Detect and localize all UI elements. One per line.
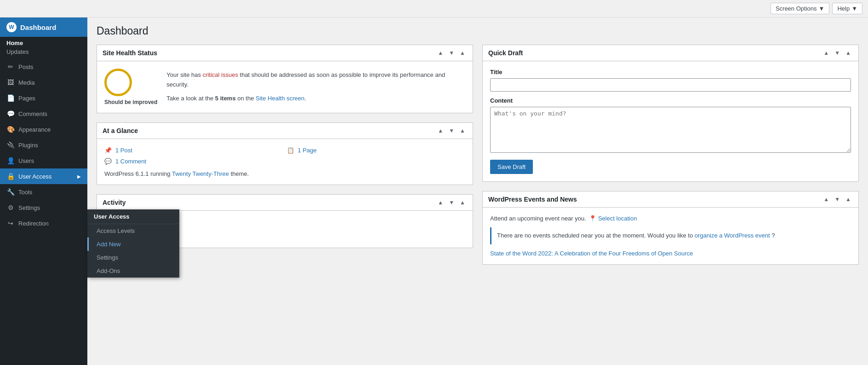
wp-info: WordPress 6.1.1 running Twenty Twenty-Th… [104,170,465,177]
sidebar-item-posts[interactable]: ✏ Posts [0,59,87,75]
submenu-add-ons[interactable]: Add-Ons [87,264,179,278]
site-health-header: Site Health Status ▲ ▼ ▲ [97,45,473,61]
quick-draft-down[interactable]: ▼ [833,49,842,57]
appearance-icon: 🎨 [6,125,15,133]
sidebar-settings-label: Settings [18,204,40,211]
quick-draft-title: Quick Draft [488,49,523,57]
content-textarea[interactable] [490,107,851,153]
sidebar-item-comments[interactable]: 💬 Comments [0,106,87,122]
users-icon: 👤 [6,156,15,165]
site-health-controls: ▲ ▼ ▲ [436,49,467,57]
health-label: Should be improved [104,99,157,105]
help-button[interactable]: Help ▼ [832,3,862,14]
content-label: Content [490,97,851,104]
sidebar-item-media[interactable]: 🖼 Media [0,75,87,90]
posts-count-link[interactable]: 1 Post [115,147,132,154]
activity-minimize[interactable]: ▲ [458,198,467,207]
sidebar-updates-link[interactable]: Updates [0,47,87,59]
sidebar-item-redirection[interactable]: ↪ Redirection [0,215,87,231]
sidebar-item-appearance[interactable]: 🎨 Appearance [0,122,87,137]
user-access-submenu: User Access Access Levels Add New Settin… [87,209,179,278]
glance-comments: 💬 1 Comment [104,157,283,165]
top-bar: Screen Options ▼ Help ▼ [0,0,868,17]
activity-down[interactable]: ▼ [447,198,456,207]
content-group: Content [490,97,851,154]
help-label: Help [837,5,850,12]
health-text: Your site has critical issues that shoul… [166,70,465,104]
quick-draft-controls: ▲ ▼ ▲ [822,49,853,57]
theme-link[interactable]: Twenty Twenty-Three [172,170,229,177]
at-a-glance-up[interactable]: ▲ [436,127,445,135]
plugins-icon: 🔌 [6,141,15,149]
select-location-label: Select location [598,215,637,222]
activity-up[interactable]: ▲ [436,198,445,207]
wp-events-controls: ▲ ▼ ▲ [822,195,853,203]
glance-pages: 📋 1 Page [287,146,466,154]
dashboard-logo-icon: W [6,22,17,32]
news-item-link[interactable]: State of the Word 2022: A Celebration of… [490,250,693,257]
quick-draft-header: Quick Draft ▲ ▼ ▲ [483,45,858,61]
organize-event-link[interactable]: organize a WordPress event [695,232,770,239]
submenu-settings[interactable]: Settings [87,251,179,264]
title-label: Title [490,69,851,75]
sidebar-redirection-label: Redirection [18,220,49,227]
health-cta: Take a look at the 5 items on the Site H… [166,94,465,104]
main-content: Dashboard Site Health Status ▲ ▼ ▲ [87,17,868,365]
no-events-text: There are no events scheduled near you a… [497,232,693,239]
critical-text: critical issues [203,71,238,78]
site-health-link[interactable]: Site Health screen [256,95,304,102]
site-health-collapse-up[interactable]: ▲ [436,49,445,57]
sidebar-item-tools[interactable]: 🔧 Tools [0,184,87,200]
at-a-glance-minimize[interactable]: ▲ [458,127,467,135]
wp-events-up[interactable]: ▲ [822,195,831,203]
sidebar-item-settings[interactable]: ⚙ Settings [0,200,87,215]
sidebar-item-plugins[interactable]: 🔌 Plugins [0,137,87,153]
attend-label: Attend an upcoming event near you. [490,215,586,222]
sidebar-posts-label: Posts [18,64,34,70]
quick-draft-minimize[interactable]: ▲ [844,49,853,57]
pages-count-link[interactable]: 1 Page [298,147,317,154]
title-input[interactable] [490,78,851,92]
at-a-glance-header: At a Glance ▲ ▼ ▲ [97,123,473,139]
sidebar-plugins-label: Plugins [18,142,38,149]
sidebar-logo[interactable]: W Dashboard [0,17,87,37]
at-a-glance-panel: At a Glance ▲ ▼ ▲ 📌 1 Post [97,122,473,185]
site-health-collapse-down[interactable]: ▼ [447,49,456,57]
site-health-body: Should be improved Your site has critica… [97,61,473,113]
sidebar-appearance-label: Appearance [18,126,51,133]
sidebar-item-users[interactable]: 👤 Users [0,153,87,168]
comment-icon: 💬 [104,157,112,165]
sidebar-user-access-label: User Access [18,173,51,180]
at-a-glance-controls: ▲ ▼ ▲ [436,127,467,135]
site-health-title: Site Health Status [103,49,157,57]
site-health-minimize[interactable]: ▲ [458,49,467,57]
comments-count-link[interactable]: 1 Comment [115,158,146,165]
settings-icon: ⚙ [6,203,15,212]
media-icon: 🖼 [6,78,15,87]
no-events-block: There are no events scheduled near you a… [490,227,851,244]
wp-events-down[interactable]: ▼ [833,195,842,203]
wp-events-header: WordPress Events and News ▲ ▼ ▲ [483,191,858,208]
site-health-content: Should be improved Your site has critica… [104,69,465,105]
title-group: Title [490,69,851,92]
pages-icon: 📄 [6,94,15,102]
sidebar-item-user-access[interactable]: 🔒 User Access ▶ [0,168,87,184]
glance-grid: 📌 1 Post 📋 1 Page 💬 1 Comment [104,146,465,165]
sidebar-pages-label: Pages [18,95,35,102]
sidebar-item-pages[interactable]: 📄 Pages [0,90,87,106]
wp-events-body: Attend an upcoming event near you. 📍 Sel… [483,208,858,264]
at-a-glance-down[interactable]: ▼ [447,127,456,135]
quick-draft-up[interactable]: ▲ [822,49,831,57]
screen-options-button[interactable]: Screen Options ▼ [771,3,829,14]
save-draft-button[interactable]: Save Draft [490,160,533,174]
submenu-add-new[interactable]: Add New [87,238,179,251]
tools-icon: 🔧 [6,188,15,196]
submenu-access-levels[interactable]: Access Levels [87,224,179,238]
wp-events-minimize[interactable]: ▲ [844,195,853,203]
site-health-panel: Site Health Status ▲ ▼ ▲ Should be impro… [97,45,473,113]
location-pin-icon: 📍 [589,215,596,222]
at-a-glance-title: At a Glance [103,127,138,134]
select-location-link[interactable]: 📍 Select location [589,215,637,222]
posts-icon: ✏ [6,63,15,71]
sidebar: W Dashboard Home Updates ✏ Posts 🖼 Media… [0,17,87,365]
